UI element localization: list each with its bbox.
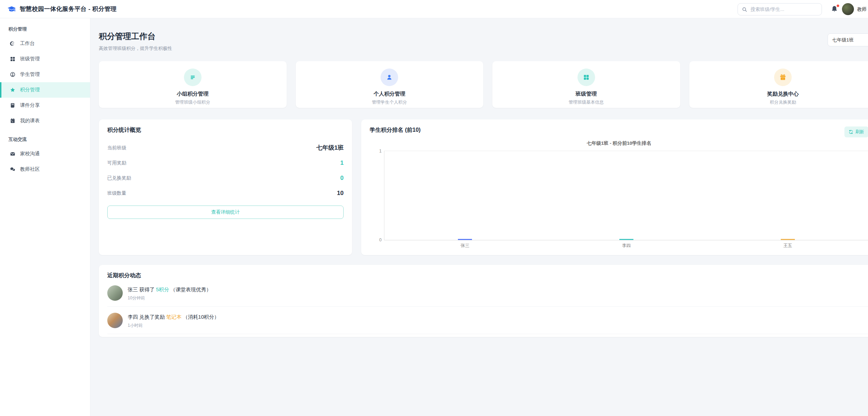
function-cards-row: 小组积分管理 管理班级小组积分 个人积分管理 管理学生个人积分 班级管理 管理班 xyxy=(99,61,868,108)
stat-label: 可用奖励 xyxy=(107,160,126,166)
student-avatar xyxy=(107,285,123,301)
sidebar-item-teacher-community[interactable]: 教师社区 xyxy=(0,162,90,177)
search-input[interactable] xyxy=(751,7,818,12)
app-title: 智慧校园一体化服务平台 - 积分管理 xyxy=(20,5,117,13)
card-title: 奖励兑换中心 xyxy=(689,91,868,97)
sidebar-item-label: 积分管理 xyxy=(20,87,40,93)
page-subtitle: 高效管理班级积分，提升学生积极性 xyxy=(99,45,172,52)
chat-icon xyxy=(10,167,15,172)
page-title: 积分管理工作台 xyxy=(99,31,172,42)
sidebar-item-home-school[interactable]: 家校沟通 xyxy=(0,146,90,162)
refresh-label: 刷新 xyxy=(855,129,864,135)
reward-highlight: 笔记本 xyxy=(166,314,182,320)
ranking-panel: 学生积分排名 (前10) 刷新 七年级1班 - 积分前10学生排名 xyxy=(361,119,868,255)
sidebar: 积分管理 工作台 班级管理 学生管理 xyxy=(0,18,90,416)
sidebar-item-courseware[interactable]: 课件分享 xyxy=(0,98,90,113)
card-reward-center[interactable]: 奖励兑换中心 积分兑换奖励 xyxy=(689,61,868,108)
chart-x-label: 张三 xyxy=(461,243,470,249)
stat-value: 0 xyxy=(340,175,344,182)
sidebar-item-points-mgmt[interactable]: 积分管理 xyxy=(0,82,90,98)
notification-bell[interactable] xyxy=(831,5,838,13)
stat-row-redeemed-rewards: 已兑换奖励 0 xyxy=(107,170,344,186)
user-avatar[interactable] xyxy=(842,3,854,15)
sidebar-item-timetable[interactable]: 我的课表 xyxy=(0,113,90,129)
page-head: 积分管理工作台 高效管理班级积分，提升学生积极性 七年级1班 xyxy=(99,31,868,52)
sidebar-item-label: 家校沟通 xyxy=(20,151,40,157)
card-class-mgmt[interactable]: 班级管理 管理班级基本信息 xyxy=(492,61,680,108)
stat-label: 班级数量 xyxy=(107,190,126,196)
activity-time: 1小时前 xyxy=(128,323,219,329)
activity-panel-title: 近期积分动态 xyxy=(107,272,868,279)
card-subtitle: 积分兑换奖励 xyxy=(689,99,868,105)
view-detailed-stats-button[interactable]: 查看详细统计 xyxy=(107,206,344,219)
notification-dot xyxy=(836,4,840,7)
username-label: 教师 xyxy=(857,6,867,13)
chart-plot: 1 0 张三李四王五 xyxy=(384,151,868,240)
brand: 智慧校园一体化服务平台 - 积分管理 xyxy=(7,5,117,14)
grid-icon xyxy=(10,56,15,62)
activity-text: 李四 兑换了奖励 笔记本 （消耗10积分） xyxy=(128,314,219,320)
sidebar-item-workbench[interactable]: 工作台 xyxy=(0,36,90,51)
stat-row-class-count: 班级数量 10 xyxy=(107,186,344,201)
sidebar-item-label: 学生管理 xyxy=(20,71,40,78)
sidebar-item-label: 教师社区 xyxy=(20,166,40,173)
chart-x-label: 李四 xyxy=(622,243,631,249)
card-subtitle: 管理学生个人积分 xyxy=(296,99,484,105)
y-axis-tick: 1 xyxy=(379,149,382,154)
app-header: 智慧校园一体化服务平台 - 积分管理 教师 xyxy=(0,0,868,18)
stat-value: 1 xyxy=(340,160,344,167)
class-selector[interactable]: 七年级1班 xyxy=(828,33,868,46)
user-circle-icon xyxy=(10,72,15,77)
activity-time: 10分钟前 xyxy=(128,295,211,301)
refresh-icon xyxy=(849,130,853,134)
main-content: 积分管理工作台 高效管理班级积分，提升学生积极性 七年级1班 小组积分管理 管理… xyxy=(90,18,868,337)
search-icon xyxy=(742,7,747,12)
sidebar-item-label: 课件分享 xyxy=(20,102,40,109)
points-highlight: 5积分 xyxy=(156,287,169,292)
card-title: 个人积分管理 xyxy=(296,91,484,97)
card-subtitle: 管理班级基本信息 xyxy=(492,99,680,105)
sidebar-item-class-mgmt[interactable]: 班级管理 xyxy=(0,51,90,67)
chart-bar xyxy=(619,239,633,240)
envelope-icon xyxy=(10,151,15,157)
grid-icon xyxy=(577,69,595,86)
graduation-cap-icon xyxy=(7,5,16,14)
gift-icon xyxy=(774,69,792,86)
stats-panel: 积分统计概览 当前班级 七年级1班 可用奖励 1 已兑换奖励 0 班级数量 10 xyxy=(99,119,352,255)
gauge-icon xyxy=(10,41,15,46)
search-box xyxy=(738,3,822,15)
activity-panel: 近期积分动态 张三 获得了 5积分 （课堂表现优秀） 10分钟前 李四 兑换了奖… xyxy=(99,265,868,337)
stat-value: 10 xyxy=(337,190,344,197)
card-subtitle: 管理班级小组积分 xyxy=(99,99,287,105)
card-personal-points[interactable]: 个人积分管理 管理学生个人积分 xyxy=(296,61,484,108)
sidebar-item-label: 工作台 xyxy=(20,40,35,47)
star-icon xyxy=(10,87,15,93)
sidebar-item-student-mgmt[interactable]: 学生管理 xyxy=(0,67,90,82)
sidebar-section-communication: 互动交流 xyxy=(0,129,90,146)
panels-row: 积分统计概览 当前班级 七年级1班 可用奖励 1 已兑换奖励 0 班级数量 10 xyxy=(99,119,868,255)
activity-text: 张三 获得了 5积分 （课堂表现优秀） xyxy=(128,286,211,293)
student-avatar xyxy=(107,313,123,328)
class-selector-value: 七年级1班 xyxy=(832,37,854,43)
sidebar-item-label: 我的课表 xyxy=(20,118,40,124)
list-icon xyxy=(184,69,202,86)
stat-label: 已兑换奖励 xyxy=(107,175,131,181)
activity-item: 李四 兑换了奖励 笔记本 （消耗10积分） 1小时前 xyxy=(107,307,868,334)
sidebar-item-label: 班级管理 xyxy=(20,56,40,62)
refresh-button[interactable]: 刷新 xyxy=(844,126,868,137)
sidebar-section-points: 积分管理 xyxy=(0,18,90,36)
stats-panel-title: 积分统计概览 xyxy=(107,126,344,134)
calendar-icon xyxy=(10,118,15,124)
card-title: 小组积分管理 xyxy=(99,91,287,97)
chart-title: 七年级1班 - 积分前10学生排名 xyxy=(370,140,868,147)
stat-row-available-rewards: 可用奖励 1 xyxy=(107,155,344,170)
ranking-chart: 七年级1班 - 积分前10学生排名 1 0 张三李四王五 xyxy=(370,140,868,240)
ranking-panel-title: 学生积分排名 (前10) xyxy=(370,126,421,134)
y-axis-tick: 0 xyxy=(379,238,382,242)
stat-label: 当前班级 xyxy=(107,145,126,151)
chart-bar xyxy=(781,239,795,240)
card-group-points[interactable]: 小组积分管理 管理班级小组积分 xyxy=(99,61,287,108)
stat-value: 七年级1班 xyxy=(317,144,344,152)
activity-item: 张三 获得了 5积分 （课堂表现优秀） 10分钟前 xyxy=(107,279,868,307)
card-title: 班级管理 xyxy=(492,91,680,97)
